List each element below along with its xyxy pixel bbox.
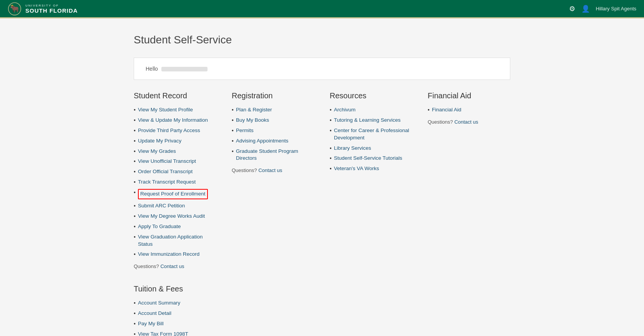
list-item: •Request Proof of Enrollment	[134, 189, 216, 199]
bullet-icon: •	[134, 117, 136, 123]
questions-label: Questions?	[134, 263, 159, 269]
student-name-redacted	[161, 67, 207, 71]
list-item: •View Graduation Application Status	[134, 233, 216, 248]
bullet-icon: •	[134, 310, 136, 316]
bullet-icon: •	[134, 223, 136, 230]
tax-form-1098t-link[interactable]: View Tax Form 1098T	[138, 331, 188, 336]
plan-register-link[interactable]: Plan & Register	[236, 106, 272, 114]
questions-label: Questions?	[428, 119, 453, 125]
bullet-icon: •	[428, 107, 430, 113]
update-privacy-link[interactable]: Update My Privacy	[138, 137, 181, 145]
self-service-tutorials-link[interactable]: Student Self-Service Tutorials	[334, 155, 402, 162]
list-item: •Archivum	[330, 106, 412, 114]
list-item: •View My Degree Works Audit	[134, 213, 216, 220]
buy-books-link[interactable]: Buy My Books	[236, 117, 269, 124]
career-professional-link[interactable]: Center for Career & Professional Develop…	[334, 127, 412, 142]
bullet-icon: •	[232, 127, 234, 134]
track-transcript-request-link[interactable]: Track Transcript Request	[138, 179, 196, 186]
bullet-icon: •	[232, 148, 234, 154]
settings-icon[interactable]: ⚙	[569, 5, 575, 13]
financial-aid-list: •Financial Aid	[428, 106, 510, 114]
advising-appointments-link[interactable]: Advising Appointments	[236, 137, 289, 145]
student-record-list: •View My Student Profile •View & Update …	[134, 106, 216, 258]
submit-arc-petition-link[interactable]: Submit ARC Petition	[138, 202, 185, 210]
order-official-transcript-link[interactable]: Order Official Transcript	[138, 168, 193, 175]
list-item: •Graduate Student Program Directors	[232, 148, 314, 162]
list-item: •Buy My Books	[232, 117, 314, 124]
questions-label: Questions?	[232, 167, 257, 173]
list-item: •View & Update My Information	[134, 117, 216, 124]
grad-student-program-link[interactable]: Graduate Student Program Directors	[236, 148, 314, 162]
financial-aid-link[interactable]: Financial Aid	[432, 106, 461, 114]
bullet-icon: •	[134, 179, 136, 185]
list-item: •Library Services	[330, 145, 412, 152]
list-item: •Account Summary	[134, 300, 510, 307]
list-item: •Submit ARC Petition	[134, 202, 216, 210]
list-item: •Veteran's VA Works	[330, 165, 412, 172]
tutoring-learning-link[interactable]: Tutoring & Learning Services	[334, 117, 401, 124]
student-record-title: Student Record	[134, 91, 216, 100]
logo-area: 🐂 UNIVERSITY OF SOUTH FLORIDA	[8, 2, 78, 16]
list-item: •Order Official Transcript	[134, 168, 216, 175]
bullet-icon: •	[330, 117, 332, 123]
list-item: •Pay My Bill	[134, 320, 510, 328]
list-item: •View Unofficial Transcript	[134, 158, 216, 165]
tuition-fees-section: Tuition & Fees •Account Summary •Account…	[134, 285, 510, 336]
bullet-icon: •	[330, 145, 332, 151]
veteran-va-works-link[interactable]: Veteran's VA Works	[334, 165, 379, 172]
bullet-icon: •	[232, 138, 234, 144]
list-item: •Advising Appointments	[232, 137, 314, 145]
bullet-icon: •	[134, 169, 136, 175]
bullet-icon: •	[134, 213, 136, 219]
apply-to-graduate-link[interactable]: Apply To Graduate	[138, 223, 181, 230]
pay-bill-link[interactable]: Pay My Bill	[138, 320, 164, 328]
list-item: •View Immunization Record	[134, 251, 216, 258]
svg-text:🐂: 🐂	[10, 4, 20, 13]
user-icon[interactable]: 👤	[581, 5, 590, 13]
immunization-record-link[interactable]: View Immunization Record	[138, 251, 199, 258]
archivum-link[interactable]: Archivum	[334, 106, 355, 114]
bullet-icon: •	[134, 127, 136, 134]
list-item: •Update My Privacy	[134, 137, 216, 145]
university-name-block: UNIVERSITY OF SOUTH FLORIDA	[25, 4, 78, 14]
usf-bull-logo: 🐂	[8, 2, 22, 16]
view-student-profile-link[interactable]: View My Student Profile	[138, 106, 193, 114]
bullet-icon: •	[134, 158, 136, 164]
financial-aid-questions: Questions? Contact us	[428, 119, 510, 125]
university-main: SOUTH FLORIDA	[25, 7, 78, 14]
bullet-icon: •	[134, 107, 136, 113]
view-unofficial-transcript-link[interactable]: View Unofficial Transcript	[138, 158, 196, 165]
list-item: •Provide Third Party Access	[134, 127, 216, 134]
resources-list: •Archivum •Tutoring & Learning Services …	[330, 106, 412, 172]
student-record-contact-link[interactable]: Contact us	[160, 263, 184, 269]
registration-section: Registration •Plan & Register •Buy My Bo…	[232, 91, 314, 269]
list-item: •Financial Aid	[428, 106, 510, 114]
list-item: •Plan & Register	[232, 106, 314, 114]
view-update-info-link[interactable]: View & Update My Information	[138, 117, 208, 124]
resources-section: Resources •Archivum •Tutoring & Learning…	[330, 91, 412, 269]
list-item: •View Tax Form 1098T	[134, 331, 510, 336]
registration-contact-link[interactable]: Contact us	[258, 167, 282, 173]
main-content: Student Self-Service Hello Student Recor…	[111, 18, 533, 336]
list-item: •Student Self-Service Tutorials	[330, 155, 412, 162]
account-detail-link[interactable]: Account Detail	[138, 310, 171, 317]
degree-works-audit-link[interactable]: View My Degree Works Audit	[138, 213, 205, 220]
site-header: 🐂 UNIVERSITY OF SOUTH FLORIDA ⚙ 👤 Hillar…	[0, 0, 644, 18]
view-grades-link[interactable]: View My Grades	[138, 148, 176, 155]
financial-aid-contact-link[interactable]: Contact us	[454, 119, 478, 125]
bullet-icon: •	[134, 203, 136, 209]
registration-questions: Questions? Contact us	[232, 167, 314, 173]
request-proof-enrollment-link[interactable]: Request Proof of Enrollment	[138, 189, 208, 199]
tuition-fees-title: Tuition & Fees	[134, 285, 510, 293]
library-services-link[interactable]: Library Services	[334, 145, 371, 152]
bullet-icon: •	[330, 166, 332, 172]
bullet-icon: •	[232, 117, 234, 123]
graduation-app-status-link[interactable]: View Graduation Application Status	[138, 233, 216, 248]
list-item: •Permits	[232, 127, 314, 134]
username-display: Hillary Spit Agents	[596, 6, 637, 12]
account-summary-link[interactable]: Account Summary	[138, 300, 180, 307]
permits-link[interactable]: Permits	[236, 127, 254, 134]
bullet-icon: •	[134, 189, 136, 195]
hello-label: Hello	[146, 66, 158, 72]
third-party-access-link[interactable]: Provide Third Party Access	[138, 127, 200, 134]
